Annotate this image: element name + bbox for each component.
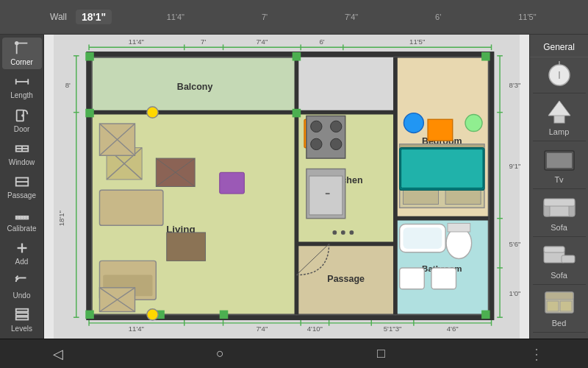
sidebar-item-corner[interactable]: Corner bbox=[2, 38, 42, 69]
sidebar-item-window[interactable]: Window bbox=[2, 138, 42, 169]
furniture-item-general[interactable] bbox=[533, 57, 586, 93]
sidebar-item-door[interactable]: Door bbox=[2, 104, 42, 135]
furniture-item-lamp[interactable]: Lamp bbox=[533, 93, 586, 141]
svg-rect-129 bbox=[431, 268, 456, 289]
svg-rect-87 bbox=[85, 109, 94, 118]
back-button[interactable]: ◁ bbox=[44, 343, 72, 365]
svg-point-126 bbox=[446, 227, 472, 258]
main-area: Corner Length Door Window bbox=[0, 35, 588, 339]
furniture-item-sofa2[interactable]: Sofa bbox=[533, 237, 586, 285]
svg-rect-96 bbox=[167, 233, 206, 261]
svg-text:11'4": 11'4" bbox=[129, 325, 144, 333]
svg-rect-127 bbox=[448, 223, 470, 232]
canvas-area[interactable]: 11'4" 7' 7'4" 6' 11'5" 11'4" 7'4" 4'10" … bbox=[44, 35, 529, 339]
svg-rect-97 bbox=[99, 190, 162, 225]
svg-text:4'6": 4'6" bbox=[447, 325, 459, 333]
sidebar-item-length[interactable]: Length bbox=[2, 71, 42, 102]
svg-text:6': 6' bbox=[319, 38, 324, 46]
svg-rect-143 bbox=[554, 116, 564, 123]
sidebar-right-title: General bbox=[530, 38, 588, 57]
svg-marker-144 bbox=[548, 101, 570, 116]
svg-text:8': 8' bbox=[65, 81, 71, 89]
left-sidebar: Corner Length Door Window bbox=[0, 35, 44, 339]
svg-point-110 bbox=[311, 138, 322, 149]
svg-rect-156 bbox=[547, 301, 559, 311]
svg-rect-125 bbox=[403, 227, 442, 249]
furniture-label-lamp: Lamp bbox=[549, 126, 570, 138]
svg-point-108 bbox=[311, 121, 322, 132]
svg-rect-113 bbox=[309, 176, 343, 215]
svg-text:18'1": 18'1" bbox=[57, 210, 65, 226]
svg-rect-83 bbox=[85, 52, 94, 61]
svg-text:Balcony: Balcony bbox=[177, 82, 213, 92]
meas-top-2: 7' bbox=[262, 13, 268, 21]
svg-text:7': 7' bbox=[201, 38, 206, 46]
svg-rect-85 bbox=[85, 311, 94, 319]
svg-text:9'1": 9'1" bbox=[509, 162, 521, 170]
svg-rect-18 bbox=[15, 317, 28, 320]
svg-point-93 bbox=[147, 309, 158, 320]
home-button[interactable]: ○ bbox=[207, 343, 233, 364]
furniture-label-sofa1: Sofa bbox=[551, 222, 567, 233]
svg-rect-19 bbox=[15, 313, 28, 316]
furniture-item-bed[interactable]: Bed bbox=[533, 285, 586, 333]
svg-rect-20 bbox=[15, 309, 28, 312]
bottom-bar: ◁ ○ □ ⋮ bbox=[0, 339, 588, 368]
svg-point-115 bbox=[404, 113, 423, 133]
furniture-preview-sofa2 bbox=[539, 240, 579, 269]
svg-rect-86 bbox=[481, 311, 490, 319]
svg-rect-153 bbox=[544, 247, 564, 252]
furniture-label-bed: Bed bbox=[552, 317, 567, 329]
svg-point-139 bbox=[349, 230, 354, 235]
svg-rect-146 bbox=[547, 153, 572, 168]
furniture-preview-bed bbox=[539, 288, 579, 317]
svg-point-109 bbox=[331, 121, 342, 132]
furniture-item-tv[interactable]: Tv bbox=[533, 141, 586, 189]
svg-text:5'6": 5'6" bbox=[509, 240, 521, 248]
svg-text:11'5": 11'5" bbox=[409, 38, 425, 46]
svg-rect-84 bbox=[481, 52, 490, 61]
wall-value: 18'1" bbox=[76, 10, 112, 24]
sidebar-item-passage[interactable]: Passage bbox=[2, 171, 42, 202]
wall-label: Wall bbox=[50, 12, 67, 22]
svg-text:4'10": 4'10" bbox=[307, 325, 323, 333]
meas-top-4: 6' bbox=[435, 13, 441, 21]
svg-text:11'4": 11'4" bbox=[129, 38, 144, 46]
svg-rect-150 bbox=[544, 199, 575, 206]
svg-rect-89 bbox=[293, 109, 301, 118]
furniture-preview-sofa1 bbox=[539, 192, 579, 222]
svg-rect-152 bbox=[562, 255, 575, 263]
svg-text:8'3": 8'3" bbox=[509, 81, 521, 89]
meas-top-5: 11'5" bbox=[518, 13, 536, 21]
sidebar-item-calibrate[interactable]: Calibrate bbox=[2, 204, 42, 236]
svg-point-137 bbox=[332, 230, 337, 235]
meas-top-3: 7'4" bbox=[345, 13, 358, 21]
svg-rect-88 bbox=[293, 52, 301, 61]
svg-text:1'0": 1'0" bbox=[509, 289, 521, 297]
sidebar-item-levels[interactable]: Levels bbox=[2, 304, 42, 336]
svg-text:7'4": 7'4" bbox=[256, 325, 268, 333]
furniture-label-sofa2: Sofa bbox=[551, 269, 567, 281]
svg-point-92 bbox=[147, 107, 158, 118]
svg-text:7'4": 7'4" bbox=[256, 38, 268, 46]
top-toolbar: Wall 18'1" 11'4" 7' 7'4" 6' 11'5" bbox=[0, 0, 588, 35]
meas-top-1: 11'4" bbox=[167, 13, 184, 21]
svg-point-117 bbox=[465, 115, 482, 132]
sidebar-item-add[interactable]: Add bbox=[2, 237, 42, 269]
svg-rect-123 bbox=[401, 149, 483, 188]
sidebar-item-undo[interactable]: Undo bbox=[2, 271, 42, 302]
svg-text:Passage: Passage bbox=[327, 274, 365, 284]
svg-rect-91 bbox=[220, 311, 229, 319]
svg-rect-157 bbox=[560, 301, 572, 311]
svg-point-0 bbox=[15, 42, 18, 45]
svg-point-5 bbox=[22, 115, 24, 116]
more-button[interactable]: ⋮ bbox=[529, 345, 544, 363]
furniture-preview-lamp bbox=[539, 96, 579, 126]
furniture-label-tv: Tv bbox=[554, 174, 563, 185]
svg-rect-116 bbox=[428, 119, 453, 141]
recent-button[interactable]: □ bbox=[368, 343, 394, 364]
svg-rect-128 bbox=[400, 268, 425, 289]
right-sidebar: General Lamp bbox=[529, 35, 588, 339]
furniture-item-sofa1[interactable]: Sofa bbox=[533, 189, 586, 237]
svg-rect-104 bbox=[220, 172, 245, 194]
